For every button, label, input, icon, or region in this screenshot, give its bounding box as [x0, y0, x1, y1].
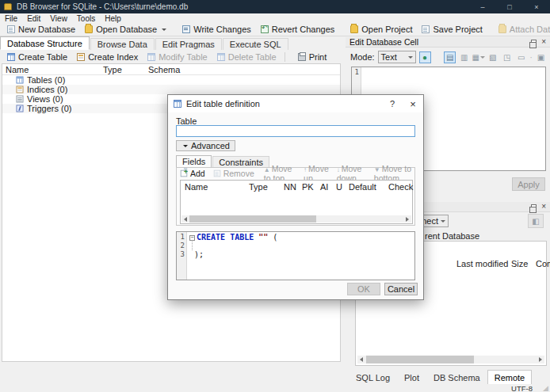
- create-table-button[interactable]: Create Table: [2, 51, 72, 63]
- fields-grid[interactable]: Name Type NN PK AI U Default Check: [180, 180, 413, 224]
- fullscreen-icon[interactable]: ▭: [515, 51, 527, 63]
- sql-close-line: );: [189, 250, 204, 259]
- add-icon: [181, 170, 188, 177]
- tree-item-tables[interactable]: Tables (0): [2, 75, 340, 85]
- close-button[interactable]: ×: [523, 0, 550, 13]
- dialog-close-button[interactable]: ×: [403, 96, 423, 112]
- open-database-button[interactable]: Open Database: [80, 24, 171, 36]
- tab-fields[interactable]: Fields: [176, 155, 212, 168]
- fields-pane: Add Remove ▲Move to top ↑Move up ↓Move d…: [176, 167, 415, 226]
- tab-database-structure[interactable]: Database Structure: [0, 36, 90, 50]
- grid-col-name[interactable]: Name: [185, 182, 208, 192]
- grid-col-nn[interactable]: NN: [284, 182, 296, 192]
- dialog-title: Edit table definition: [186, 99, 260, 108]
- sql-gutter: 1 2 3: [177, 232, 187, 280]
- tree-item-indices[interactable]: Indices (0): [2, 85, 340, 94]
- tab-edit-pragmas[interactable]: Edit Pragmas: [155, 38, 222, 50]
- current-database-tab[interactable]: rent Database: [425, 231, 479, 241]
- export-cell-icon[interactable]: ▧: [487, 51, 498, 63]
- open-project-button[interactable]: Open Project: [346, 24, 417, 36]
- open-project-icon: [350, 25, 358, 33]
- grid-col-pk[interactable]: PK: [302, 182, 314, 192]
- float-panel-icon[interactable]: [531, 40, 537, 44]
- maximize-button[interactable]: □: [496, 0, 523, 13]
- add-field-button[interactable]: Add: [180, 169, 205, 178]
- menu-help[interactable]: Help: [100, 13, 126, 23]
- window-titlebar: DB Browser for SQLite - C:\Users\turne\d…: [0, 0, 550, 13]
- trigger-icon: [17, 105, 24, 112]
- structure-toolbar: Create Table Create Index Modify Table D…: [0, 50, 344, 63]
- close-panel-icon[interactable]: ×: [541, 38, 546, 46]
- move-top-icon: ▲: [264, 166, 270, 173]
- new-database-button[interactable]: New Database: [2, 24, 80, 36]
- encoding-indicator[interactable]: UTF-8: [511, 384, 533, 392]
- auto-detect-toggle[interactable]: ●: [419, 51, 431, 63]
- menu-view[interactable]: View: [45, 13, 72, 23]
- grid-col-check[interactable]: Check: [388, 182, 413, 192]
- binary-mode-icon[interactable]: ▥: [458, 51, 470, 63]
- remote-horizontal-scrollbar[interactable]: [357, 356, 544, 363]
- tab-remote[interactable]: Remote: [487, 370, 533, 384]
- fold-marker-icon[interactable]: −: [189, 235, 195, 241]
- write-changes-button[interactable]: Write Changes: [178, 24, 256, 36]
- scroll-right-icon[interactable]: [537, 356, 544, 363]
- grid-horizontal-scrollbar[interactable]: [181, 215, 411, 223]
- mode-select[interactable]: Text: [378, 51, 416, 63]
- remote-col-last-modified[interactable]: Last modified: [456, 259, 508, 268]
- remote-col-size[interactable]: Size: [511, 259, 528, 268]
- resize-grip[interactable]: ◢: [543, 384, 548, 392]
- dialog-titlebar[interactable]: Edit table definition ? ×: [168, 95, 423, 112]
- sql-preview: 1 2 3 −CREATE TABLE "" ( );: [176, 231, 415, 280]
- table-icon: [17, 77, 24, 84]
- import-cell-icon[interactable]: ▦: [472, 51, 484, 63]
- grid-col-default[interactable]: Default: [349, 182, 376, 192]
- menu-edit[interactable]: Edit: [22, 13, 45, 23]
- menu-tools[interactable]: Tools: [72, 13, 100, 23]
- save-cell-icon[interactable]: ◳: [501, 51, 513, 63]
- minimize-button[interactable]: –: [469, 0, 496, 13]
- menu-file[interactable]: File: [0, 13, 22, 23]
- create-index-button[interactable]: Create Index: [72, 51, 143, 63]
- close-panel-icon[interactable]: ×: [541, 203, 546, 211]
- tab-browse-data[interactable]: Browse Data: [90, 38, 155, 50]
- sql-table-name: "": [258, 233, 268, 242]
- tab-constraints[interactable]: Constraints: [212, 156, 269, 168]
- text-mode-icon[interactable]: ▤: [444, 51, 456, 63]
- view-icon: [17, 96, 24, 103]
- save-project-button[interactable]: Save Project: [417, 24, 487, 36]
- main-toolbar: New Database Open Database Write Changes…: [0, 23, 550, 36]
- revert-changes-button[interactable]: Revert Changes: [256, 24, 340, 36]
- chevron-down-icon: [162, 29, 166, 31]
- tree-column-schema[interactable]: Schema: [145, 64, 183, 74]
- dialog-table-icon: [174, 100, 181, 108]
- grid-col-ai[interactable]: AI: [320, 182, 328, 192]
- cancel-button[interactable]: Cancel: [384, 283, 418, 295]
- fields-toolbar: Add Remove ▲Move to top ↑Move up ↓Move d…: [177, 168, 414, 179]
- tree-column-name[interactable]: Name: [2, 64, 100, 74]
- scrollbar-thumb[interactable]: [189, 215, 316, 223]
- advanced-toggle-button[interactable]: Advanced: [176, 140, 235, 151]
- mode-label: Mode:: [350, 52, 375, 62]
- move-up-icon: ↑: [304, 166, 307, 173]
- scroll-left-icon[interactable]: [357, 356, 365, 363]
- scroll-left-icon[interactable]: [181, 215, 189, 223]
- tab-db-schema[interactable]: DB Schema: [426, 371, 487, 384]
- create-index-icon: [77, 53, 85, 61]
- tab-execute-sql[interactable]: Execute SQL: [223, 38, 288, 50]
- remote-col-commit[interactable]: Comm: [536, 259, 550, 268]
- chevron-down-icon: [408, 56, 413, 59]
- scrollbar-thumb[interactable]: [366, 356, 474, 363]
- sql-paren: (: [273, 233, 277, 242]
- tree-column-type[interactable]: Type: [100, 64, 145, 74]
- print-cell-icon[interactable]: ▣: [535, 51, 547, 63]
- tab-sql-log[interactable]: SQL Log: [349, 371, 397, 384]
- table-name-input[interactable]: [176, 125, 415, 137]
- grid-col-type[interactable]: Type: [249, 182, 268, 192]
- remote-settings-button[interactable]: ◧: [528, 214, 544, 228]
- float-panel-icon[interactable]: [531, 204, 537, 209]
- scroll-right-icon[interactable]: [403, 215, 411, 223]
- print-button[interactable]: Print: [293, 51, 332, 63]
- help-button[interactable]: ?: [382, 96, 403, 112]
- tab-plot[interactable]: Plot: [397, 371, 426, 384]
- grid-col-u[interactable]: U: [336, 182, 342, 192]
